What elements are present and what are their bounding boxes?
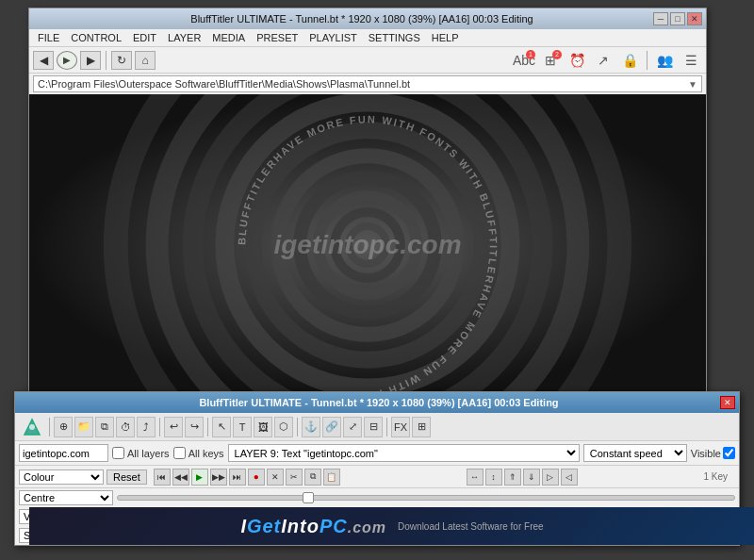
clock-icon[interactable]: ⏰: [566, 50, 588, 71]
top-toolbar: ◀ ▶ ▶ ↻ ⌂ Abc 1 ⊞ 2 ⏰ ↗ 🔒 👥 ☰: [29, 47, 706, 74]
more2-btn[interactable]: ◁: [561, 469, 578, 486]
align-btn[interactable]: ⊟: [364, 417, 383, 437]
copy-btn[interactable]: ⧉: [95, 417, 114, 437]
playback-controls: ⏮ ◀◀ ▶ ▶▶ ⏭ ● ✕ ✂ ⧉ 📋: [154, 469, 340, 486]
color-row: Colour Reset ⏮ ◀◀ ▶ ▶▶ ⏭ ● ✕ ✂ ⧉ 📋 ↔ ↕ ⇑…: [15, 466, 739, 488]
export-btn[interactable]: ⤴: [137, 417, 156, 437]
step-fwd-btn[interactable]: ▶▶: [210, 469, 227, 486]
separator-1: [106, 51, 107, 70]
bottom-title-text: BluffTitler ULTIMATE - Tunnel.bt * 1920 …: [38, 397, 720, 408]
play-button[interactable]: ▶: [57, 51, 77, 70]
colour-select[interactable]: Colour: [19, 469, 104, 485]
text-btn[interactable]: T: [233, 417, 252, 437]
abc-icon[interactable]: Abc 1: [513, 50, 535, 71]
step-back-btn[interactable]: ◀◀: [172, 469, 189, 486]
folder-btn[interactable]: 📁: [74, 417, 93, 437]
stop-btn[interactable]: ✕: [267, 469, 284, 486]
menu-settings[interactable]: SETTINGS: [364, 31, 425, 44]
sep-4: [386, 418, 387, 436]
share-icon[interactable]: ↗: [592, 50, 615, 71]
slider-thumb[interactable]: [303, 492, 314, 503]
clock-btn[interactable]: ⏱: [116, 417, 135, 437]
record-btn[interactable]: ●: [248, 469, 265, 486]
refresh-button[interactable]: ↻: [111, 51, 132, 70]
address-bar[interactable]: C:\Program Files\Outerspace Software\Blu…: [33, 75, 702, 92]
fx-btn[interactable]: FX: [391, 417, 410, 437]
flip-h-btn[interactable]: ↔: [467, 469, 484, 486]
maximize-button[interactable]: □: [670, 12, 685, 25]
bottom-window: BluffTitler ULTIMATE - Tunnel.bt * 1920 …: [14, 391, 740, 546]
close-button[interactable]: ✕: [687, 12, 702, 25]
copy2-btn[interactable]: ⧉: [304, 469, 321, 486]
separator-2: [647, 51, 647, 70]
end-btn[interactable]: ⏭: [229, 469, 246, 486]
visible-checkbox[interactable]: [723, 447, 735, 459]
menu-control[interactable]: CONTROL: [66, 31, 126, 44]
all-layers-checkbox[interactable]: [112, 447, 124, 459]
paste-btn[interactable]: 📋: [323, 469, 340, 486]
anchor-btn[interactable]: ⚓: [302, 417, 320, 437]
menu-layer[interactable]: LAYER: [163, 31, 205, 44]
redo-btn[interactable]: ↪: [185, 417, 204, 437]
watermark-banner: IGetIntoPC.com Download Latest Software …: [29, 507, 754, 545]
chain-btn[interactable]: ⬡: [274, 417, 293, 437]
all-keys-label[interactable]: All keys: [173, 444, 224, 462]
menu-playlist[interactable]: PLAYLIST: [304, 31, 362, 44]
preview-watermark: igetintopc.com: [273, 230, 461, 260]
visible-label[interactable]: Visible: [691, 444, 735, 462]
people-icon[interactable]: 👥: [653, 50, 676, 71]
menu-media[interactable]: MEDIA: [207, 31, 250, 44]
forward-button[interactable]: ▶: [80, 51, 101, 70]
play-pause-btn[interactable]: ▶: [191, 469, 208, 486]
address-dropdown[interactable]: ▼: [688, 79, 697, 90]
svg-point-13: [29, 424, 35, 430]
move-dn-btn[interactable]: ⇓: [523, 469, 540, 486]
menu-edit[interactable]: EDIT: [128, 31, 161, 44]
back-button[interactable]: ◀: [33, 51, 54, 70]
speed-select[interactable]: Constant speed: [583, 444, 687, 462]
menu-help[interactable]: HELP: [427, 31, 464, 44]
top-window-controls: ─ □ ✕: [653, 12, 702, 25]
preview-area: BLUFFTITLERHAVE MORE FUN WITH FONTS WITH…: [29, 94, 706, 396]
slider-track[interactable]: [117, 495, 735, 501]
transform-btn[interactable]: ⤢: [343, 417, 362, 437]
add-btn[interactable]: ⊕: [54, 417, 73, 437]
layers-icon[interactable]: ⊞ 2: [539, 50, 562, 71]
cut-btn[interactable]: ✂: [286, 469, 303, 486]
layer-name-input[interactable]: [19, 444, 108, 462]
grid-btn[interactable]: ⊞: [412, 417, 431, 437]
undo-btn[interactable]: ↩: [164, 417, 183, 437]
rewind-btn[interactable]: ⏮: [154, 469, 171, 486]
bottom-close-button[interactable]: ✕: [720, 396, 735, 409]
centre-select[interactable]: Centre: [19, 490, 113, 505]
bottom-controls-row1: All layers All keys LAYER 9: Text "igeti…: [15, 441, 739, 466]
flip-v-btn[interactable]: ↕: [485, 469, 502, 486]
move-up-btn[interactable]: ⇑: [504, 469, 521, 486]
more1-btn[interactable]: ▷: [542, 469, 559, 486]
all-keys-checkbox[interactable]: [173, 447, 186, 459]
toolbar-right-icons: Abc 1 ⊞ 2 ⏰ ↗ 🔒 👥 ☰: [513, 50, 702, 71]
image-btn[interactable]: 🖼: [254, 417, 272, 437]
align-row: Centre: [15, 488, 739, 507]
sep-logo: [49, 418, 50, 436]
logo-svg: [21, 416, 43, 438]
reset-button[interactable]: Reset: [107, 469, 147, 485]
home-button[interactable]: ⌂: [135, 51, 156, 70]
menu-file[interactable]: FILE: [33, 31, 64, 44]
cursor-btn[interactable]: ↖: [212, 417, 231, 437]
extra-right-btns: ↔ ↕ ⇑ ⇓ ▷ ◁: [467, 469, 578, 486]
key-count: 1 Key: [703, 471, 735, 482]
link-btn[interactable]: 🔗: [322, 417, 341, 437]
layer-select[interactable]: LAYER 9: Text "igetintopc.com": [228, 444, 580, 462]
menu-preset[interactable]: PRESET: [252, 31, 303, 44]
top-title-bar: BluffTitler ULTIMATE - Tunnel.bt * 1920 …: [29, 8, 706, 29]
all-layers-label[interactable]: All layers: [112, 444, 170, 462]
top-window: BluffTitler ULTIMATE - Tunnel.bt * 1920 …: [28, 8, 707, 397]
minimize-button[interactable]: ─: [653, 12, 668, 25]
bottom-toolbar: ⊕ 📁 ⧉ ⏱ ⤴ ↩ ↪ ↖ T 🖼 ⬡ ⚓ 🔗 ⤢ ⊟ FX ⊞: [15, 413, 739, 441]
blufftitler-logo: [19, 414, 45, 440]
lock-icon[interactable]: 🔒: [618, 50, 641, 71]
menu-icon[interactable]: ☰: [680, 50, 702, 71]
top-title-text: BluffTitler ULTIMATE - Tunnel.bt * 1920 …: [71, 13, 653, 25]
sep-3: [297, 418, 298, 436]
